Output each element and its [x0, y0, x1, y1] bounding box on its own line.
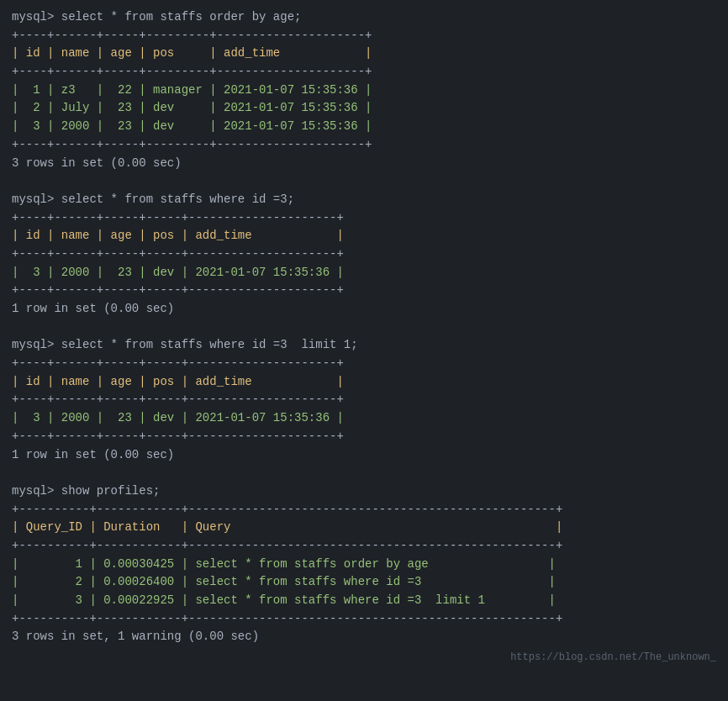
watermark: https://blog.csdn.net/The_unknown_: [12, 650, 716, 666]
separator-1-top: +----+------+-----+---------+-----------…: [12, 27, 716, 45]
header-2: | id | name | age | pos | add_time |: [12, 227, 716, 245]
result-3: 1 row in set (0.00 sec): [12, 446, 716, 465]
terminal-window: mysql> select * from staffs order by age…: [12, 8, 716, 666]
blank-2: [12, 319, 716, 337]
blank-3: [12, 464, 716, 482]
separator-3-top: +----+------+-----+-----+---------------…: [12, 355, 716, 373]
row-3-1: | 3 | 2000 | 23 | dev | 2021-01-07 15:35…: [12, 409, 716, 428]
separator-2-mid: +----+------+-----+-----+---------------…: [12, 245, 716, 264]
separator-3-mid: +----+------+-----+-----+---------------…: [12, 391, 716, 409]
blank-1: [12, 172, 716, 191]
header-1: | id | name | age | pos | add_time |: [12, 45, 716, 63]
row-2-1: | 3 | 2000 | 23 | dev | 2021-01-07 15:35…: [12, 264, 716, 282]
separator-3-bot: +----+------+-----+-----+---------------…: [12, 428, 716, 446]
row-4-3: | 3 | 0.00022925 | select * from staffs …: [12, 592, 716, 610]
row-1-2: | 2 | July | 23 | dev | 2021-01-07 15:35…: [12, 99, 716, 118]
row-4-1: | 1 | 0.00030425 | select * from staffs …: [12, 556, 716, 574]
result-1: 3 rows in set (0.00 sec): [12, 155, 716, 173]
command-2: mysql> select * from staffs where id =3;: [12, 191, 716, 209]
separator-4-bot: +----------+------------+---------------…: [12, 610, 716, 629]
result-4: 3 rows in set, 1 warning (0.00 sec): [12, 628, 716, 646]
separator-2-bot: +----+------+-----+-----+---------------…: [12, 282, 716, 300]
separator-4-top: +----------+------------+---------------…: [12, 501, 716, 519]
separator-2-top: +----+------+-----+-----+---------------…: [12, 209, 716, 228]
row-1-3: | 3 | 2000 | 23 | dev | 2021-01-07 15:35…: [12, 118, 716, 136]
header-3: | id | name | age | pos | add_time |: [12, 373, 716, 392]
command-4: mysql> show profiles;: [12, 482, 716, 501]
separator-4-mid: +----------+------------+---------------…: [12, 537, 716, 556]
command-3: mysql> select * from staffs where id =3 …: [12, 336, 716, 355]
row-4-2: | 2 | 0.00026400 | select * from staffs …: [12, 573, 716, 592]
separator-1-bot: +----+------+-----+---------+-----------…: [12, 136, 716, 155]
command-1: mysql> select * from staffs order by age…: [12, 8, 716, 27]
separator-1-mid: +----+------+-----+---------+-----------…: [12, 63, 716, 82]
result-2: 1 row in set (0.00 sec): [12, 300, 716, 319]
header-4: | Query_ID | Duration | Query |: [12, 519, 716, 537]
row-1-1: | 1 | z3 | 22 | manager | 2021-01-07 15:…: [12, 82, 716, 100]
